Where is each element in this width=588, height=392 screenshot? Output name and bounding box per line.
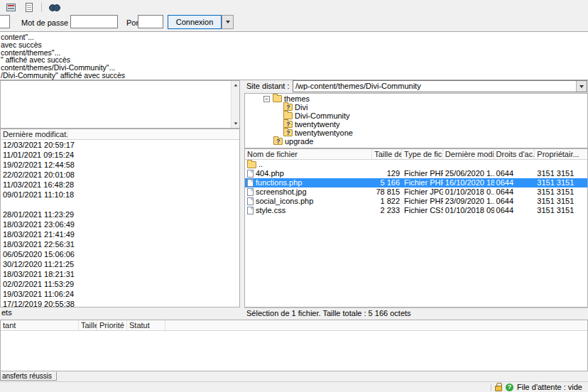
quickconnect-bar: Mot de passe : Port : Connexion rapide <box>0 14 588 31</box>
column-header-status[interactable]: Statut <box>127 320 165 330</box>
log-line: content"... <box>1 33 588 41</box>
table-row-social-icons-php[interactable]: social_icons.php 1 822 Fichier PHP 23/09… <box>245 197 587 206</box>
collapse-icon[interactable]: − <box>263 96 270 102</box>
column-header-priority[interactable]: Priorité <box>97 320 127 330</box>
list-item[interactable]: 22/02/2021 20:01:08 <box>1 170 239 180</box>
lock-icon[interactable] <box>495 386 502 391</box>
toolbar-separator <box>41 2 42 12</box>
queue-header: tant Taille Priorité Statut <box>1 320 587 331</box>
table-row-style-css[interactable]: style.css 2 233 Fichier CSS 01/10/2018 0… <box>245 206 587 215</box>
remote-file-list[interactable]: Nom de fichier Taille de fi... Type de f… <box>244 148 588 307</box>
chevron-down-icon <box>226 21 230 23</box>
column-header-filler <box>68 129 239 139</box>
queue-indicator-icon: ? <box>506 383 513 391</box>
folder-icon <box>247 161 256 168</box>
column-header-size[interactable]: Taille de fi... <box>372 149 402 159</box>
toolbar <box>0 0 588 14</box>
statusbar-separator <box>491 383 491 391</box>
combo-dropdown-button[interactable] <box>576 81 587 92</box>
table-row-404-php[interactable]: 404.php 129 Fichier PHP 25/06/2020 1... … <box>245 169 587 178</box>
queue-tabbar: ansferts réussis <box>0 371 588 381</box>
log-line: content/themes/Divi-Community"... <box>1 64 588 72</box>
password-label: Mot de passe : <box>21 18 72 27</box>
list-item[interactable]: 09/01/2021 11:10:18 <box>1 190 239 200</box>
remote-tree-pane[interactable]: − themes Divi Divi-Community twentytwent… <box>244 93 588 148</box>
list-item[interactable]: 06/05/2020 15:06:06 <box>1 249 239 259</box>
queue-status-text: File d'attente : vide <box>517 383 582 391</box>
statusbar: ? File d'attente : vide <box>0 381 588 392</box>
list-item[interactable]: 28/01/2021 11:23:29 <box>1 209 239 219</box>
file-icon <box>247 179 254 187</box>
list-item[interactable]: 18/03/2021 18:21:31 <box>1 269 239 279</box>
remote-path-bar: Site distant : /wp-content/themes/Divi-C… <box>244 80 588 93</box>
column-header-permissions[interactable]: Droits d'ac... <box>494 149 535 159</box>
file-search-icon[interactable] <box>48 1 60 13</box>
tree-item-twentytwentyone[interactable]: twentytwentyone <box>245 129 587 137</box>
column-header-name[interactable]: Nom de fichier <box>245 149 372 159</box>
port-input[interactable] <box>138 15 163 28</box>
tab-successful-transfers[interactable]: ansferts réussis <box>0 371 57 381</box>
host-input[interactable] <box>0 15 10 28</box>
list-item[interactable]: 02/02/2021 11:53:29 <box>1 279 239 289</box>
table-row-screenshot-jpg[interactable]: screenshot.jpg 78 815 Fichier JPG 01/10/… <box>245 187 587 197</box>
chevron-down-icon <box>579 85 584 88</box>
column-header-filler <box>165 320 587 330</box>
log-line: content/themes"... <box>1 49 588 57</box>
list-item[interactable]: 19/03/2021 11:06:24 <box>1 289 239 299</box>
remote-path-value: /wp-content/themes/Divi-Community <box>295 82 421 90</box>
folder-icon <box>283 112 293 119</box>
list-item[interactable]: 17/12/2019 20:55:38 <box>1 299 239 307</box>
message-log-icon[interactable] <box>23 1 36 13</box>
column-header-modified[interactable]: Dernière modificat... <box>1 129 68 139</box>
list-item[interactable]: 19/02/2021 12:44:58 <box>1 160 239 170</box>
file-icon <box>247 197 254 205</box>
site-manager-icon[interactable] <box>4 1 17 13</box>
list-item[interactable]: 18/03/2021 22:56:31 <box>1 239 239 249</box>
log-line: /Divi-Community" affiché avec succès <box>1 72 588 80</box>
scroll-down-icon[interactable] <box>232 119 240 128</box>
tree-item-twentytwenty[interactable]: twentytwenty <box>245 120 587 129</box>
remote-site-label: Site distant : <box>246 82 290 90</box>
message-log: content"... avec succès content/themes".… <box>0 31 588 80</box>
table-row-parent-dir[interactable]: .. <box>245 160 587 169</box>
quickconnect-dropdown[interactable] <box>222 15 234 29</box>
local-status-text: ets <box>0 307 240 317</box>
local-file-list[interactable]: Dernière modificat... 12/03/2021 20:59:1… <box>0 129 240 307</box>
folder-unknown-icon <box>283 129 293 136</box>
remote-status-text: Sélection de 1 fichier. Taille totale : … <box>244 307 588 317</box>
column-header-remote-file[interactable]: tant <box>1 320 79 330</box>
tree-item-divi[interactable]: Divi <box>245 103 587 111</box>
log-line: " affiché avec succès <box>1 56 588 64</box>
log-line: avec succès <box>1 41 588 49</box>
tree-item-divi-community[interactable]: Divi-Community <box>245 111 587 120</box>
tree-item-themes[interactable]: − themes <box>245 94 587 103</box>
remote-path-combobox[interactable]: /wp-content/themes/Divi-Community <box>293 80 587 92</box>
folder-unknown-icon <box>273 138 283 145</box>
image-file-icon <box>247 188 254 196</box>
transfer-queue[interactable]: tant Taille Priorité Statut <box>0 320 588 371</box>
column-header-size[interactable]: Taille <box>79 320 97 330</box>
scroll-up-icon[interactable] <box>232 81 240 89</box>
folder-unknown-icon <box>283 121 293 128</box>
local-tree-pane[interactable] <box>0 80 240 129</box>
table-row-functions-php-selected[interactable]: functions.php 5 166 Fichier PHP 16/10/20… <box>245 178 587 187</box>
list-item[interactable]: 18/03/2021 23:06:49 <box>1 219 239 229</box>
column-header-type[interactable]: Type de fic... <box>402 149 443 159</box>
local-list-header: Dernière modificat... <box>1 129 239 140</box>
folder-icon <box>273 95 282 102</box>
password-input[interactable] <box>70 15 118 28</box>
list-item[interactable]: 30/12/2020 11:21:25 <box>1 259 239 269</box>
list-item[interactable]: 11/03/2021 16:48:28 <box>1 180 239 190</box>
tree-item-upgrade[interactable]: upgrade <box>245 137 587 146</box>
quickconnect-button[interactable]: Connexion rapide <box>168 15 222 29</box>
list-item[interactable]: 12/03/2021 20:59:17 <box>1 140 239 150</box>
file-icon <box>247 207 254 214</box>
list-item[interactable]: 11/01/2021 09:15:24 <box>1 150 239 160</box>
folder-unknown-icon <box>283 104 293 111</box>
local-tree-scrollbar[interactable] <box>231 81 239 128</box>
list-item[interactable]: 18/03/2021 21:41:49 <box>1 229 239 239</box>
list-item[interactable] <box>1 200 239 209</box>
file-icon <box>247 170 254 178</box>
column-header-owner[interactable]: Propriétair... <box>535 149 587 159</box>
column-header-modified[interactable]: Dernière modif... <box>443 149 494 159</box>
